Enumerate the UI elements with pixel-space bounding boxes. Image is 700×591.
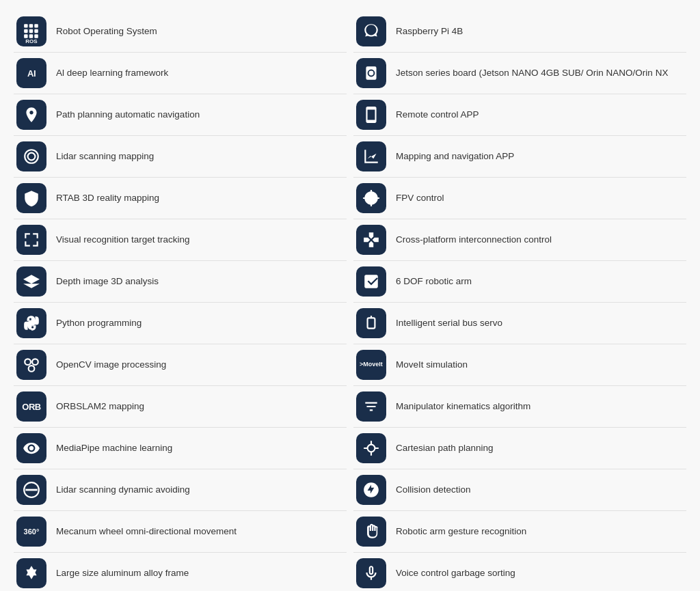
svg-rect-1: [29, 24, 33, 27]
feature-label-aluminum: Large size aluminum alloy frame: [56, 567, 189, 579]
svg-rect-14: [368, 318, 375, 328]
svg-rect-5: [34, 29, 38, 33]
ros-icon: ROS: [16, 16, 46, 46]
svg-rect-7: [29, 34, 33, 38]
feature-item-collision: Collision detection: [353, 469, 686, 511]
feature-label-mecanum: Mecanum wheel omni-directional movement: [56, 525, 237, 538]
svg-rect-6: [24, 34, 27, 38]
path-icon: [16, 100, 46, 130]
left-column: ROSRobot Operating SystemAIAl deep learn…: [14, 11, 347, 591]
svg-point-10: [32, 359, 38, 365]
feature-label-servo: Intelligent serial bus servo: [396, 317, 502, 329]
feature-label-lidar: Lidar scanning mapping: [56, 150, 154, 163]
feature-label-fpv: FPV control: [396, 192, 444, 204]
fpv-icon: [356, 183, 386, 213]
feature-label-lidar2: Lidar scanning dynamic avoiding: [56, 484, 190, 496]
servo-icon: [356, 308, 386, 338]
feature-label-jetson: Jetson series board (Jetson NANO 4GB SUB…: [396, 67, 668, 79]
feature-label-cartesian: Cartesian path planning: [396, 442, 494, 454]
feature-label-garbage: Voice control garbage sorting: [396, 567, 515, 579]
feature-item-ai: AIAl deep learning framework: [14, 53, 347, 94]
crossplatform-icon: [356, 225, 386, 255]
svg-rect-3: [24, 29, 27, 33]
svg-rect-8: [34, 34, 38, 38]
feature-item-kinematics: Manipulator kinematics algorithm: [353, 386, 686, 428]
aluminum-icon: [16, 558, 46, 588]
rtab-icon: [16, 183, 46, 213]
cartesian-icon: [356, 433, 386, 463]
feature-item-mapapp: Mapping and navigation APP: [353, 136, 686, 178]
feature-item-moveit: >MoveItMoveIt simulation: [353, 344, 686, 386]
feature-item-cartesian: Cartesian path planning: [353, 428, 686, 469]
feature-label-rpi: Raspberry Pi 4B: [396, 25, 463, 38]
jetson-icon: [356, 58, 386, 88]
svg-rect-0: [24, 24, 27, 27]
feature-item-crossplatform: Cross-platform interconnection control: [353, 219, 686, 261]
feature-label-python: Python programming: [56, 317, 142, 329]
feature-item-gesture: Robotic arm gesture recognition: [353, 511, 686, 553]
feature-item-remoteapp: Remote control APP: [353, 94, 686, 136]
feature-item-ros: ROSRobot Operating System: [14, 11, 347, 53]
garbage-icon: [356, 558, 386, 588]
feature-label-collision: Collision detection: [396, 484, 471, 496]
lidar2-icon: [16, 475, 46, 505]
ai-icon: AI: [16, 58, 46, 88]
feature-label-moveit: MoveIt simulation: [396, 359, 468, 371]
feature-label-ai: Al deep learning framework: [56, 67, 168, 79]
svg-rect-4: [29, 29, 33, 33]
feature-label-visual: Visual recognition target tracking: [56, 234, 190, 246]
depth-icon: [16, 266, 46, 297]
svg-point-16: [368, 445, 375, 452]
feature-label-remoteapp: Remote control APP: [396, 109, 479, 121]
feature-item-lidar2: Lidar scanning dynamic avoiding: [14, 469, 347, 511]
rpi-icon: [356, 16, 386, 46]
feature-label-6dof: 6 DOF robotic arm: [396, 275, 472, 288]
right-column: Raspberry Pi 4BJetson series board (Jets…: [353, 11, 686, 591]
feature-label-mediapipe: MediaPipe machine learning: [56, 442, 172, 454]
feature-item-path: Path planning automatic navigation: [14, 94, 347, 136]
feature-item-lidar: Lidar scanning mapping: [14, 136, 347, 178]
feature-label-depth: Depth image 3D analysis: [56, 275, 159, 288]
mecanum-icon: 360°: [16, 517, 46, 547]
feature-item-python: Python programming: [14, 303, 347, 344]
feature-item-orb: ORBORBSLAM2 mapping: [14, 386, 347, 428]
feature-item-rtab: RTAB 3D reality mapping: [14, 178, 347, 219]
feature-label-opencv: OpenCV image processing: [56, 359, 166, 371]
feature-label-gesture: Robotic arm gesture recognition: [396, 525, 526, 538]
mediapipe-icon: [16, 433, 46, 463]
kinematics-icon: [356, 391, 386, 422]
feature-item-opencv: OpenCV image processing: [14, 344, 347, 386]
opencv-icon: [16, 350, 46, 380]
feature-item-6dof: 6 DOF robotic arm: [353, 261, 686, 303]
feature-label-ros: Robot Operating System: [56, 25, 157, 38]
collision-icon: [356, 475, 386, 505]
feature-item-fpv: FPV control: [353, 178, 686, 219]
feature-label-path: Path planning automatic navigation: [56, 109, 200, 121]
feature-label-crossplatform: Cross-platform interconnection control: [396, 234, 552, 246]
feature-item-visual: Visual recognition target tracking: [14, 219, 347, 261]
gesture-icon: [356, 517, 386, 547]
moveit-icon: >MoveIt: [356, 350, 386, 380]
feature-item-garbage: Voice control garbage sorting: [353, 553, 686, 591]
feature-item-depth: Depth image 3D analysis: [14, 261, 347, 303]
svg-point-11: [29, 366, 35, 372]
svg-rect-2: [34, 24, 38, 27]
feature-item-jetson: Jetson series board (Jetson NANO 4GB SUB…: [353, 53, 686, 94]
feature-label-mapapp: Mapping and navigation APP: [396, 150, 514, 163]
feature-label-rtab: RTAB 3D reality mapping: [56, 192, 159, 204]
6dof-icon: [356, 266, 386, 297]
feature-item-mecanum: 360°Mecanum wheel omni-directional movem…: [14, 511, 347, 553]
feature-label-kinematics: Manipulator kinematics algorithm: [396, 400, 530, 413]
lidar-icon: [16, 141, 46, 171]
remoteapp-icon: [356, 100, 386, 130]
feature-item-aluminum: Large size aluminum alloy frame: [14, 553, 347, 591]
svg-point-9: [25, 359, 31, 365]
visual-icon: [16, 225, 46, 255]
orb-icon: ORB: [16, 391, 46, 422]
feature-label-orb: ORBSLAM2 mapping: [56, 400, 144, 413]
feature-item-mediapipe: MediaPipe machine learning: [14, 428, 347, 469]
python-icon: [16, 308, 46, 338]
feature-item-servo: Intelligent serial bus servo: [353, 303, 686, 344]
feature-item-rpi: Raspberry Pi 4B: [353, 11, 686, 53]
mapapp-icon: [356, 141, 386, 171]
